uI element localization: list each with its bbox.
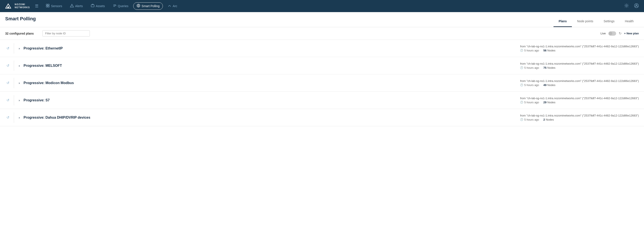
clock-icon: 🕐 bbox=[520, 83, 523, 86]
plan-source-3: from "ch-lab-sg-ns1-1.intra.nozominetwor… bbox=[520, 79, 639, 83]
page-header: Smart Polling Plans Node points Settings… bbox=[0, 12, 644, 27]
clock-icon: 🕐 bbox=[520, 49, 523, 52]
plan-row: ↺ › Progressive: EthernetIP from "ch-lab… bbox=[0, 40, 644, 57]
svg-marker-15 bbox=[116, 5, 116, 6]
plan-name-3: Progressive: Modicon Modbus bbox=[24, 81, 518, 85]
plan-expand-chevron-4[interactable]: › bbox=[18, 99, 21, 102]
nav-sensors-label: Sensors bbox=[51, 4, 62, 8]
toolbar-right: Live ↻ + New plan bbox=[92, 31, 639, 36]
clock-icon: 🕐 bbox=[520, 101, 523, 104]
nav-item-arc[interactable]: Arc bbox=[164, 3, 180, 10]
plan-time-nodes-4: 🕐 5 hours ago 29 Nodes bbox=[520, 101, 555, 104]
clock-icon: 🕐 bbox=[520, 66, 523, 69]
tab-node-points[interactable]: Node points bbox=[572, 16, 598, 27]
assets-icon bbox=[91, 4, 94, 9]
tab-health[interactable]: Health bbox=[620, 16, 639, 27]
plan-time-2: 🕐 5 hours ago bbox=[520, 66, 539, 69]
plan-meta-2: from "ch-lab-sg-ns1-1.intra.nozominetwor… bbox=[520, 62, 639, 69]
page-content: Smart Polling Plans Node points Settings… bbox=[0, 12, 644, 252]
plan-reset-icon-3[interactable]: ↺ bbox=[5, 81, 10, 85]
clock-icon: 🕐 bbox=[520, 118, 523, 121]
plan-source-2: from "ch-lab-sg-ns1-1.intra.nozominetwor… bbox=[520, 62, 639, 65]
plan-reset-icon-2[interactable]: ↺ bbox=[5, 64, 10, 68]
plan-source-1: from "ch-lab-sg-ns1-1.intra.nozominetwor… bbox=[520, 45, 639, 48]
nav-item-alerts[interactable]: Alerts bbox=[67, 3, 86, 10]
top-navigation: NOZOMINETWORKS ☰ Sensors Alerts Assets Q… bbox=[0, 0, 644, 12]
nav-smart-polling-label: Smart Polling bbox=[142, 4, 160, 8]
configured-text: configured plans bbox=[9, 32, 34, 35]
plan-reset-icon-4[interactable]: ↺ bbox=[5, 98, 10, 102]
plan-row: ↺ › Progressive: S7 from "ch-lab-sg-ns1-… bbox=[0, 92, 644, 109]
plan-time-5: 🕐 5 hours ago bbox=[520, 118, 539, 121]
brand-name: NOZOMINETWORKS bbox=[15, 3, 30, 9]
nav-item-assets[interactable]: Assets bbox=[88, 3, 108, 10]
nav-item-sensors[interactable]: Sensors bbox=[43, 3, 65, 10]
svg-point-20 bbox=[626, 5, 627, 6]
plan-meta-1: from "ch-lab-sg-ns1-1.intra.nozominetwor… bbox=[520, 45, 639, 52]
tab-plans[interactable]: Plans bbox=[554, 16, 572, 27]
nav-item-queries[interactable]: Queries bbox=[110, 3, 132, 10]
filter-node-id-input[interactable] bbox=[42, 30, 90, 37]
plan-time-4: 🕐 5 hours ago bbox=[520, 101, 539, 104]
plan-time-1: 🕐 5 hours ago bbox=[520, 49, 539, 52]
smart-polling-icon bbox=[136, 4, 140, 9]
nozomi-logo bbox=[4, 1, 13, 11]
page-title: Smart Polling bbox=[5, 16, 36, 22]
nav-arc-label: Arc bbox=[173, 4, 177, 8]
plan-nodes-2: 75 Nodes bbox=[543, 66, 556, 69]
plan-reset-icon-1[interactable]: ↺ bbox=[5, 46, 10, 50]
arc-icon bbox=[168, 4, 172, 9]
plan-reset-icon-5[interactable]: ↺ bbox=[5, 115, 10, 120]
svg-point-16 bbox=[137, 4, 140, 7]
tab-settings[interactable]: Settings bbox=[598, 16, 620, 27]
svg-rect-6 bbox=[48, 6, 49, 7]
plans-toolbar: 32 configured plans Live ↻ + New plan bbox=[0, 27, 644, 40]
plan-nodes-1: 56 Nodes bbox=[543, 49, 556, 52]
nav-assets-label: Assets bbox=[96, 4, 105, 8]
plan-expand-chevron-5[interactable]: › bbox=[18, 116, 21, 119]
plan-nodes-3: 49 Nodes bbox=[543, 83, 556, 87]
nav-queries-label: Queries bbox=[118, 4, 128, 8]
svg-point-9 bbox=[72, 7, 72, 7]
svg-rect-5 bbox=[46, 6, 48, 7]
loading-spinner: ↻ bbox=[619, 31, 622, 36]
plan-meta-4: from "ch-lab-sg-ns1-1.intra.nozominetwor… bbox=[520, 97, 639, 104]
alerts-icon bbox=[70, 4, 74, 9]
page-title-area: Smart Polling bbox=[5, 16, 36, 24]
svg-rect-3 bbox=[46, 4, 48, 6]
svg-rect-11 bbox=[92, 4, 93, 5]
plan-row: ↺ › Progressive: Modicon Modbus from "ch… bbox=[0, 74, 644, 92]
plan-name-1: Progressive: EthernetIP bbox=[24, 47, 518, 50]
new-plan-button[interactable]: + New plan bbox=[624, 32, 639, 35]
plans-list: ↺ › Progressive: EthernetIP from "ch-lab… bbox=[0, 40, 644, 126]
nav-item-smart-polling[interactable]: Smart Polling bbox=[133, 3, 163, 10]
hamburger-menu-button[interactable]: ☰ bbox=[33, 2, 40, 10]
plan-meta-5: from "ch-lab-sg-ns1-1.intra.nozominetwor… bbox=[520, 114, 639, 121]
plan-row: ↺ › Progressive: Dahua DHIP/DVRIP device… bbox=[0, 109, 644, 126]
nav-alerts-label: Alerts bbox=[75, 4, 83, 8]
plan-source-5: from "ch-lab-sg-ns1-1.intra.nozominetwor… bbox=[520, 114, 639, 117]
plan-time-nodes-5: 🕐 5 hours ago 2 Nodes bbox=[520, 118, 554, 121]
plan-source-4: from "ch-lab-sg-ns1-1.intra.nozominetwor… bbox=[520, 97, 639, 100]
configured-number: 32 bbox=[5, 32, 9, 35]
settings-button[interactable] bbox=[622, 2, 630, 11]
nav-right-actions bbox=[622, 2, 640, 11]
plan-name-4: Progressive: S7 bbox=[24, 98, 518, 102]
plan-expand-chevron-1[interactable]: › bbox=[18, 47, 21, 50]
user-profile-button[interactable] bbox=[632, 2, 640, 11]
plan-row: ↺ › Progressive: MELSOFT from "ch-lab-sg… bbox=[0, 57, 644, 74]
svg-point-22 bbox=[636, 5, 637, 6]
plan-nodes-4: 29 Nodes bbox=[543, 101, 556, 104]
plan-expand-chevron-2[interactable]: › bbox=[18, 64, 21, 67]
plan-expand-chevron-3[interactable]: › bbox=[18, 81, 21, 85]
plan-time-nodes-2: 🕐 5 hours ago 75 Nodes bbox=[520, 66, 555, 69]
logo-area: NOZOMINETWORKS bbox=[4, 1, 30, 11]
queries-icon bbox=[113, 4, 116, 9]
plan-name-5: Progressive: Dahua DHIP/DVRIP devices bbox=[24, 116, 518, 120]
plan-meta-3: from "ch-lab-sg-ns1-1.intra.nozominetwor… bbox=[520, 79, 639, 87]
page-tabs: Plans Node points Settings Health bbox=[554, 16, 639, 27]
live-toggle[interactable] bbox=[608, 31, 616, 36]
sensors-icon bbox=[46, 4, 50, 9]
plan-time-nodes-1: 🕐 5 hours ago 56 Nodes bbox=[520, 49, 555, 52]
plan-time-3: 🕐 5 hours ago bbox=[520, 83, 539, 87]
